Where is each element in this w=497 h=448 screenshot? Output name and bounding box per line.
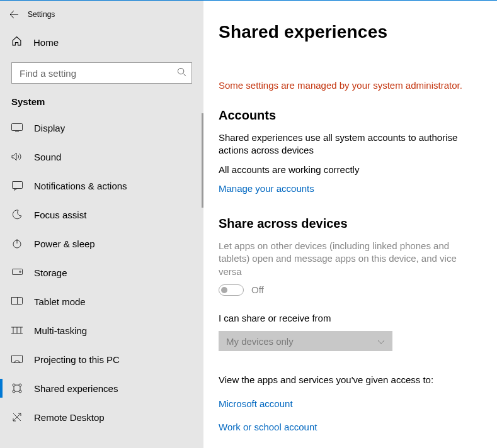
sidebar-item-label: Sound [34, 152, 61, 162]
svg-point-19 [13, 390, 15, 393]
content-pane: Shared experiences Some settings are man… [203, 1, 497, 448]
storage-icon [11, 269, 23, 276]
share-heading: Share across devices [219, 216, 482, 231]
dropdown-value: My devices only [226, 336, 294, 347]
sidebar-item-remote-desktop[interactable]: Remote Desktop [0, 403, 203, 432]
window-title: Settings [28, 10, 55, 19]
accounts-description: Shared experiences use all system accoun… [219, 132, 482, 157]
display-icon [11, 123, 23, 132]
sidebar-item-label: Tablet mode [34, 296, 86, 307]
sidebar-nav: Display Sound Notifications & actions Fo… [0, 113, 203, 448]
accounts-status: All accounts are working correctly [219, 164, 482, 176]
power-icon [11, 238, 23, 249]
microsoft-account-link[interactable]: Microsoft account [219, 398, 293, 409]
sidebar-item-focus-assist[interactable]: Focus assist [0, 200, 203, 229]
sidebar-item-storage[interactable]: Storage [0, 258, 203, 287]
sidebar-item-label: Display [34, 123, 65, 133]
sidebar-item-label: Projecting to this PC [34, 354, 120, 365]
apps-access-label: View the apps and services you've given … [219, 374, 482, 386]
sidebar-item-label: Power & sleep [34, 238, 95, 249]
svg-rect-4 [12, 181, 22, 188]
accounts-heading: Accounts [219, 108, 482, 123]
svg-line-1 [183, 74, 186, 76]
sidebar-item-label: Shared experiences [34, 383, 118, 394]
sidebar-item-label: Remote Desktop [34, 412, 105, 423]
search-input[interactable] [18, 67, 177, 79]
remote-desktop-icon [11, 412, 23, 422]
sidebar-item-display[interactable]: Display [0, 113, 203, 142]
sound-icon [11, 152, 23, 161]
chevron-down-icon [377, 336, 385, 347]
receive-from-dropdown[interactable]: My devices only [219, 331, 392, 351]
search-icon [177, 67, 186, 79]
svg-rect-16 [12, 356, 23, 363]
share-toggle[interactable] [219, 284, 244, 296]
svg-point-20 [19, 390, 21, 393]
share-description: Let apps on other devices (including lin… [219, 240, 482, 278]
sidebar-item-label: Storage [34, 267, 67, 278]
svg-point-18 [19, 384, 21, 386]
moon-icon [11, 210, 23, 220]
projecting-icon [11, 355, 23, 364]
arrow-left-icon [9, 9, 19, 20]
tablet-icon [11, 297, 23, 306]
sidebar-item-notifications[interactable]: Notifications & actions [0, 171, 203, 200]
svg-point-8 [19, 271, 20, 272]
search-input-wrapper[interactable] [11, 62, 192, 84]
page-title: Shared experiences [219, 22, 482, 42]
svg-rect-2 [12, 124, 23, 131]
sidebar-item-projecting[interactable]: Projecting to this PC [0, 345, 203, 374]
multitask-icon [11, 327, 23, 334]
sidebar-item-label: Multi-tasking [34, 325, 87, 336]
sidebar: Settings Home System Display [0, 1, 203, 448]
sidebar-item-shared-experiences[interactable]: Shared experiences [0, 374, 203, 403]
sidebar-section-heading: System [0, 89, 203, 113]
svg-rect-10 [12, 298, 18, 305]
sidebar-item-label: Focus assist [34, 210, 86, 220]
sidebar-item-power-sleep[interactable]: Power & sleep [0, 229, 203, 258]
share-toggle-state: Off [251, 284, 264, 295]
sidebar-header: Settings [0, 1, 203, 28]
work-school-account-link[interactable]: Work or school account [219, 422, 317, 432]
toggle-knob-icon [221, 287, 227, 293]
back-button[interactable] [0, 1, 28, 28]
admin-warning: Some settings are managed by your system… [219, 80, 482, 91]
share-icon [11, 383, 23, 393]
svg-point-17 [13, 384, 15, 386]
sidebar-item-label: Notifications & actions [34, 181, 127, 191]
svg-point-0 [178, 68, 183, 74]
home-label: Home [33, 37, 59, 48]
notifications-icon [11, 181, 23, 191]
manage-accounts-link[interactable]: Manage your accounts [219, 183, 314, 194]
sidebar-item-home[interactable]: Home [0, 28, 203, 56]
sidebar-item-tablet-mode[interactable]: Tablet mode [0, 287, 203, 316]
receive-from-label: I can share or receive from [219, 312, 482, 325]
sidebar-item-multitasking[interactable]: Multi-tasking [0, 316, 203, 345]
app-frame: Settings Home System Display [0, 1, 497, 448]
home-icon [11, 36, 22, 48]
sidebar-item-sound[interactable]: Sound [0, 142, 203, 171]
